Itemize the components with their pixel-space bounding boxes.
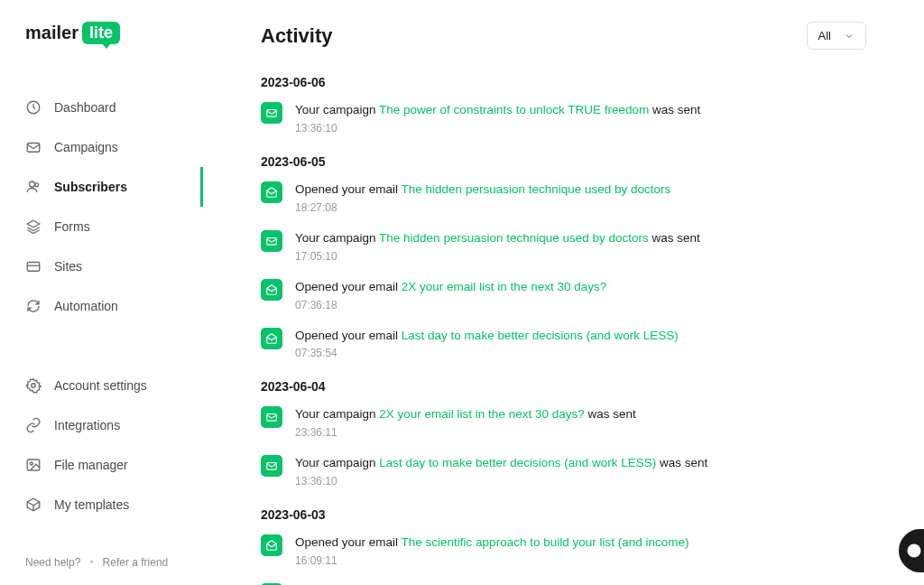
activity-text: Opened your email Last day to make bette…: [295, 328, 866, 345]
activity-content: Your campaign 2X your email list in the …: [295, 406, 866, 439]
help-link[interactable]: Need help?: [25, 556, 80, 569]
nav-item-automation[interactable]: Automation: [0, 286, 203, 326]
page-header: Activity All: [261, 22, 866, 50]
nav-item-subscribers[interactable]: Subscribers: [0, 167, 203, 207]
nav-label: File manager: [54, 458, 128, 472]
activity-content: Opened your email The hidden persuasion …: [295, 181, 866, 214]
nav-label: Dashboard: [54, 100, 116, 115]
activity-item: Your campaign 2X your email list in the …: [261, 406, 866, 439]
date-group: 2023-06-05 Opened your email The hidden …: [261, 154, 866, 360]
nav-label: Forms: [54, 219, 90, 234]
mail-open-icon: [265, 332, 278, 345]
activity-icon-box: [261, 279, 282, 301]
activity-icon-box: [261, 328, 282, 349]
mail-icon: [265, 460, 278, 472]
activity-content: Your campaign Last day to make better de…: [295, 455, 866, 488]
brand-logo[interactable]: mailer lite: [0, 0, 203, 62]
activity-time: 18:27:08: [295, 201, 866, 214]
date-group: 2023-06-04 Your campaign 2X your email l…: [261, 379, 866, 488]
activity-text: Your campaign 2X your email list in the …: [295, 406, 866, 423]
nav-item-forms[interactable]: Forms: [0, 207, 203, 246]
activity-item: Opened your email 2X your email list in …: [261, 279, 866, 311]
activity-item: Your campaign The hidden persuasion tech…: [261, 230, 866, 263]
activity-content: Your campaign The power of constraints t…: [295, 102, 866, 135]
activity-icon-box: [261, 230, 282, 252]
date-group: 2023-06-06 Your campaign The power of co…: [261, 75, 866, 135]
card-icon: [25, 258, 42, 274]
nav-label: Integrations: [54, 418, 120, 432]
activity-content: Opened your email 2X your email list in …: [295, 279, 866, 311]
page-title: Activity: [261, 24, 332, 48]
gear-icon: [25, 377, 42, 394]
nav-label: Campaigns: [54, 140, 118, 154]
activity-text: Opened your email The scientific approac…: [295, 534, 866, 552]
activity-text: Your campaign The power of constraints t…: [295, 102, 866, 119]
nav-label: My templates: [54, 497, 129, 512]
activity-time: 07:35:54: [295, 347, 866, 359]
activity-time: 07:36:18: [295, 299, 866, 311]
package-icon: [25, 497, 42, 513]
activity-text: Opened your email The hidden persuasion …: [295, 181, 866, 199]
activity-time: 13:36:10: [295, 122, 866, 135]
mail-open-icon: [265, 539, 278, 552]
clock-icon: [25, 99, 42, 116]
nav-label: Automation: [54, 299, 118, 313]
nav-item-account-settings[interactable]: Account settings: [0, 366, 203, 405]
mail-icon: [265, 235, 278, 247]
nav-item-campaigns[interactable]: Campaigns: [0, 127, 203, 167]
image-icon: [25, 457, 42, 473]
nav-item-dashboard[interactable]: Dashboard: [0, 88, 203, 127]
activity-time: 16:09:11: [295, 554, 866, 567]
activity-icon-box: [261, 102, 282, 124]
svg-point-9: [908, 544, 921, 558]
activity-item: Your campaign Last day to make better de…: [261, 455, 866, 488]
logo-suffix: lite: [82, 22, 120, 44]
nav-item-file-manager[interactable]: File manager: [0, 445, 203, 485]
date-header: 2023-06-06: [261, 75, 866, 89]
mail-open-icon: [265, 283, 278, 296]
nav-label: Subscribers: [54, 180, 127, 194]
activity-icon-box: [261, 534, 282, 556]
mail-icon: [265, 107, 278, 119]
date-header: 2023-06-03: [261, 507, 866, 522]
activity-link[interactable]: The scientific approach to build your li…: [402, 535, 689, 549]
activity-text: Opened your email 2X your email list in …: [295, 279, 866, 296]
mail-open-icon: [265, 186, 278, 199]
activity-text: Your campaign Last day to make better de…: [295, 455, 866, 472]
refer-link[interactable]: Refer a friend: [103, 556, 169, 569]
link-icon: [25, 417, 42, 433]
activity-link[interactable]: Last day to make better decisions (and w…: [402, 329, 679, 342]
chat-icon: [906, 543, 922, 559]
activity-icon-box: [261, 181, 282, 203]
nav-item-my-templates[interactable]: My templates: [0, 485, 203, 525]
nav-item-sites[interactable]: Sites: [0, 246, 203, 286]
activity-link[interactable]: 2X your email list in the next 30 days?: [402, 280, 606, 293]
sidebar-footer: Need help? • Refer a friend: [0, 540, 203, 585]
nav-label: Sites: [54, 259, 82, 274]
activity-item: Opened your email The hidden persuasion …: [261, 181, 866, 214]
activity-link[interactable]: The hidden persuasion technique used by …: [402, 182, 671, 196]
activity-link[interactable]: 2X your email list in the next 30 days?: [379, 407, 584, 421]
activity-link[interactable]: The power of constraints to unlock TRUE …: [379, 103, 649, 116]
logo-prefix: mailer: [25, 23, 79, 43]
mail-icon: [265, 411, 278, 423]
activity-icon-box: [261, 455, 282, 477]
activity-time: 23:36:11: [295, 426, 866, 439]
layers-icon: [25, 218, 42, 235]
activity-item: Your campaign The power of constraints t…: [261, 102, 866, 135]
date-group: 2023-06-03 Opened your email The scienti…: [261, 507, 866, 585]
activity-content: Opened your email Last day to make bette…: [295, 328, 866, 360]
activity-link[interactable]: Last day to make better decisions (and w…: [379, 456, 656, 469]
activity-link[interactable]: The hidden persuasion technique used by …: [379, 231, 649, 245]
date-header: 2023-06-05: [261, 154, 866, 169]
activity-time: 13:36:10: [295, 475, 866, 488]
chevron-down-icon: [844, 31, 855, 42]
activity-time: 17:05:10: [295, 250, 866, 263]
nav-item-integrations[interactable]: Integrations: [0, 405, 203, 445]
nav-label: Account settings: [54, 378, 147, 393]
users-icon: [25, 179, 42, 195]
filter-dropdown[interactable]: All: [807, 22, 866, 50]
activity-content: Your campaign The hidden persuasion tech…: [295, 230, 866, 263]
refresh-icon: [25, 298, 42, 314]
filter-value: All: [818, 29, 831, 42]
